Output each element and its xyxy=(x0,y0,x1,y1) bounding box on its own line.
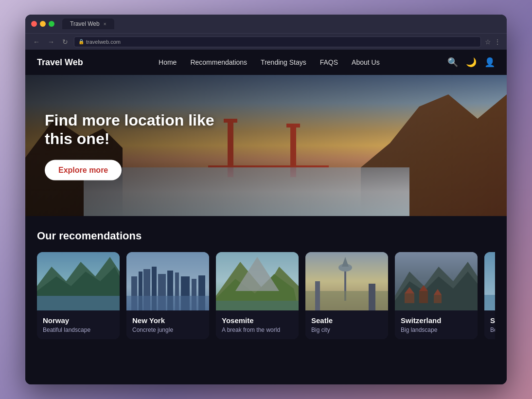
search-icon[interactable]: 🔍 xyxy=(447,57,458,68)
address-bar[interactable]: 🔒 travelweb.com xyxy=(74,36,481,47)
svg-rect-15 xyxy=(126,296,209,310)
nav-icons: 🔍 🌙 👤 xyxy=(447,57,495,68)
tab-close-button[interactable]: × xyxy=(104,21,106,27)
browser-window: Travel Web × ← → ↻ 🔒 travelweb.com ☆ ⋮ T… xyxy=(25,15,507,384)
svg-rect-3 xyxy=(37,296,120,310)
nav-item-trending-stays[interactable]: Trending Stays xyxy=(261,58,306,66)
hero-content: Find more location like this one! Explor… xyxy=(45,111,220,181)
card-info-sydney: Sydn... Beautif... xyxy=(484,310,495,339)
card-seattle[interactable]: Seatle Big city xyxy=(305,252,388,339)
browser-chrome: Travel Web × xyxy=(25,15,507,33)
svg-rect-20 xyxy=(216,301,299,310)
lock-icon: 🔒 xyxy=(78,39,84,44)
card-desc-newyork: Concrete jungle xyxy=(132,326,203,333)
traffic-light-yellow[interactable] xyxy=(40,21,46,27)
address-text: travelweb.com xyxy=(86,39,121,45)
nav-right-icons: ☆ ⋮ xyxy=(485,38,501,46)
card-city-newyork: New York xyxy=(132,316,203,325)
back-button[interactable]: ← xyxy=(31,37,42,47)
bookmark-icon[interactable]: ☆ xyxy=(485,38,491,46)
browser-nav: ← → ↻ 🔒 travelweb.com ☆ ⋮ xyxy=(25,33,507,50)
website-content: Travel Web Home Recommendations Trending… xyxy=(25,50,507,384)
card-yosemite[interactable]: Yosemite A break from the world xyxy=(216,252,299,339)
explore-more-button[interactable]: Explore more xyxy=(45,160,122,180)
traffic-lights xyxy=(31,21,54,27)
card-city-yosemite: Yosemite xyxy=(222,316,293,325)
browser-tab[interactable]: Travel Web × xyxy=(62,18,114,29)
card-sydney[interactable]: Sydn... Beautif... xyxy=(484,252,495,339)
card-city-switzerland: Switzerland xyxy=(401,316,472,325)
card-image-switzerland xyxy=(395,252,478,310)
traffic-light-red[interactable] xyxy=(31,21,37,27)
navbar: Travel Web Home Recommendations Trending… xyxy=(25,50,507,75)
menu-icon[interactable]: ⋮ xyxy=(494,38,501,46)
card-newyork[interactable]: New York Concrete jungle xyxy=(126,252,209,339)
card-image-seattle xyxy=(305,252,388,310)
cards-row: Norway Beatiful landscape xyxy=(37,252,495,339)
card-desc-switzerland: Big landscape xyxy=(401,326,472,333)
card-desc-seattle: Big city xyxy=(311,326,382,333)
svg-rect-27 xyxy=(369,284,375,310)
card-city-norway: Norway xyxy=(43,316,114,325)
card-info-switzerland: Switzerland Big landscape xyxy=(395,310,478,339)
nav-links: Home Recommendations Trending Stays FAQS… xyxy=(106,58,432,66)
card-info-norway: Norway Beatiful landscape xyxy=(37,310,120,339)
card-image-sydney xyxy=(484,252,495,310)
nav-item-about-us[interactable]: About Us xyxy=(352,58,380,66)
card-city-seattle: Seatle xyxy=(311,316,382,325)
nav-item-recommendations[interactable]: Recommendations xyxy=(190,58,247,66)
card-desc-yosemite: A break from the world xyxy=(222,326,293,333)
section-title: Our recomendations xyxy=(37,230,495,242)
hero-title: Find more location like this one! xyxy=(45,111,220,148)
refresh-button[interactable]: ↻ xyxy=(60,37,70,47)
card-norway[interactable]: Norway Beatiful landscape xyxy=(37,252,120,339)
svg-rect-26 xyxy=(315,281,320,310)
traffic-light-green[interactable] xyxy=(49,21,54,27)
svg-rect-35 xyxy=(434,295,442,303)
dark-mode-icon[interactable]: 🌙 xyxy=(466,57,477,68)
svg-rect-31 xyxy=(405,293,414,303)
card-switzerland[interactable]: Switzerland Big landscape xyxy=(395,252,478,339)
card-desc-norway: Beatiful landscape xyxy=(43,326,114,333)
card-image-newyork xyxy=(126,252,209,310)
nav-item-faqs[interactable]: FAQS xyxy=(320,58,338,66)
card-info-newyork: New York Concrete jungle xyxy=(126,310,209,339)
card-city-sydney: Sydn... xyxy=(490,316,495,325)
forward-button[interactable]: → xyxy=(46,37,56,47)
nav-item-home[interactable]: Home xyxy=(159,58,177,66)
card-image-yosemite xyxy=(216,252,299,310)
hero-section: Find more location like this one! Explor… xyxy=(25,75,507,216)
tab-title: Travel Web xyxy=(70,20,100,27)
card-info-seattle: Seatle Big city xyxy=(305,310,388,339)
svg-rect-38 xyxy=(484,295,495,310)
card-desc-sydney: Beautif... xyxy=(490,326,495,333)
card-info-yosemite: Yosemite A break from the world xyxy=(216,310,299,339)
svg-rect-33 xyxy=(419,291,428,303)
card-image-norway xyxy=(37,252,120,310)
recommendations-section: Our recomendations xyxy=(25,216,507,353)
user-icon[interactable]: 👤 xyxy=(484,57,495,68)
nav-logo[interactable]: Travel Web xyxy=(37,57,83,68)
